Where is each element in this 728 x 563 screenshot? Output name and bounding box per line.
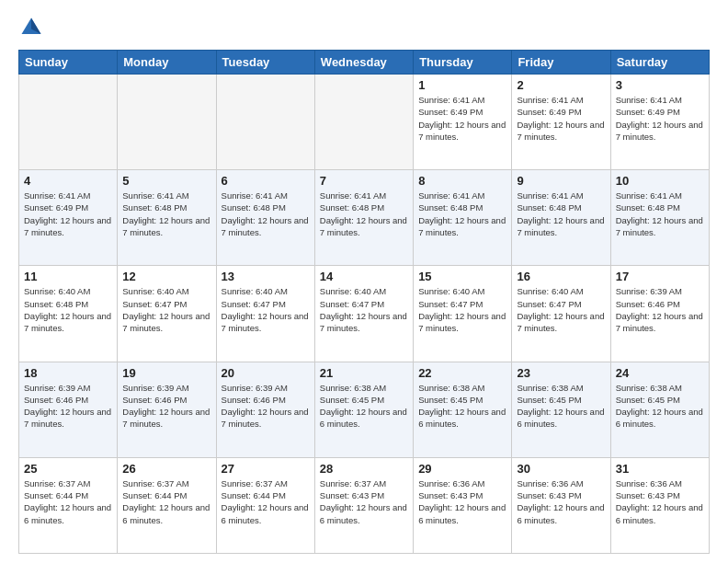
day-number: 16 [517,270,605,283]
day-info: Sunrise: 6:40 AMSunset: 6:47 PMDaylight:… [418,285,506,334]
day-info: Sunrise: 6:38 AMSunset: 6:45 PMDaylight:… [320,382,408,431]
day-number: 12 [122,270,210,283]
day-number: 31 [616,462,704,476]
day-cell: 30Sunrise: 6:36 AMSunset: 6:43 PMDayligh… [512,457,610,553]
col-header-friday: Friday [512,51,610,75]
day-number: 8 [418,174,506,188]
day-number: 21 [320,366,408,380]
day-cell: 22Sunrise: 6:38 AMSunset: 6:45 PMDayligh… [414,362,512,457]
day-info: Sunrise: 6:37 AMSunset: 6:44 PMDaylight:… [24,477,112,526]
day-info: Sunrise: 6:40 AMSunset: 6:47 PMDaylight:… [517,285,605,334]
day-cell: 17Sunrise: 6:39 AMSunset: 6:46 PMDayligh… [610,266,709,362]
day-info: Sunrise: 6:41 AMSunset: 6:48 PMDaylight:… [517,190,605,238]
col-header-monday: Monday [118,51,216,75]
day-info: Sunrise: 6:41 AMSunset: 6:49 PMDaylight:… [24,190,112,238]
page: SundayMondayTuesdayWednesdayThursdayFrid… [0,0,728,563]
day-number: 9 [517,174,605,188]
day-cell: 21Sunrise: 6:38 AMSunset: 6:45 PMDayligh… [314,362,413,457]
day-info: Sunrise: 6:36 AMSunset: 6:43 PMDaylight:… [616,477,704,526]
day-cell: 19Sunrise: 6:39 AMSunset: 6:46 PMDayligh… [118,362,216,457]
day-number: 4 [24,174,112,188]
day-number: 14 [320,270,408,283]
day-info: Sunrise: 6:40 AMSunset: 6:48 PMDaylight:… [24,285,112,334]
day-number: 13 [222,270,310,283]
day-cell: 4Sunrise: 6:41 AMSunset: 6:49 PMDaylight… [19,170,118,266]
day-cell: 8Sunrise: 6:41 AMSunset: 6:48 PMDaylight… [414,170,512,266]
day-cell: 13Sunrise: 6:40 AMSunset: 6:47 PMDayligh… [216,266,314,362]
week-row-4: 18Sunrise: 6:39 AMSunset: 6:46 PMDayligh… [19,362,710,457]
day-number: 18 [24,366,112,380]
week-row-3: 11Sunrise: 6:40 AMSunset: 6:48 PMDayligh… [19,266,710,362]
day-cell: 5Sunrise: 6:41 AMSunset: 6:48 PMDaylight… [118,170,216,266]
logo-icon [18,15,44,40]
day-number: 25 [24,462,112,476]
day-cell: 28Sunrise: 6:37 AMSunset: 6:43 PMDayligh… [314,457,413,553]
day-info: Sunrise: 6:39 AMSunset: 6:46 PMDaylight:… [616,285,704,334]
day-cell: 29Sunrise: 6:36 AMSunset: 6:43 PMDayligh… [414,457,512,553]
day-cell: 15Sunrise: 6:40 AMSunset: 6:47 PMDayligh… [414,266,512,362]
day-info: Sunrise: 6:40 AMSunset: 6:47 PMDaylight:… [222,285,310,334]
header-row: SundayMondayTuesdayWednesdayThursdayFrid… [19,51,710,75]
day-info: Sunrise: 6:39 AMSunset: 6:46 PMDaylight:… [24,382,112,431]
day-number: 10 [616,174,704,188]
day-info: Sunrise: 6:41 AMSunset: 6:48 PMDaylight:… [418,190,506,238]
day-info: Sunrise: 6:36 AMSunset: 6:43 PMDaylight:… [517,477,605,526]
day-cell: 11Sunrise: 6:40 AMSunset: 6:48 PMDayligh… [19,266,118,362]
day-info: Sunrise: 6:40 AMSunset: 6:47 PMDaylight:… [320,285,408,334]
day-info: Sunrise: 6:41 AMSunset: 6:49 PMDaylight:… [517,94,605,143]
day-number: 22 [418,366,506,380]
day-cell: 14Sunrise: 6:40 AMSunset: 6:47 PMDayligh… [314,266,413,362]
day-cell [314,75,413,170]
day-number: 6 [222,174,310,188]
day-cell: 9Sunrise: 6:41 AMSunset: 6:48 PMDaylight… [512,170,610,266]
day-info: Sunrise: 6:40 AMSunset: 6:47 PMDaylight:… [122,285,210,334]
day-info: Sunrise: 6:41 AMSunset: 6:48 PMDaylight:… [122,190,210,238]
day-cell: 12Sunrise: 6:40 AMSunset: 6:47 PMDayligh… [118,266,216,362]
day-cell: 2Sunrise: 6:41 AMSunset: 6:49 PMDaylight… [512,75,610,170]
header [18,15,710,40]
day-number: 28 [320,462,408,476]
day-cell [118,75,216,170]
day-number: 17 [616,270,704,283]
day-info: Sunrise: 6:37 AMSunset: 6:44 PMDaylight:… [122,477,210,526]
day-cell: 16Sunrise: 6:40 AMSunset: 6:47 PMDayligh… [512,266,610,362]
col-header-tuesday: Tuesday [216,51,314,75]
day-info: Sunrise: 6:36 AMSunset: 6:43 PMDaylight:… [418,477,506,526]
day-info: Sunrise: 6:37 AMSunset: 6:43 PMDaylight:… [320,477,408,526]
week-row-1: 1Sunrise: 6:41 AMSunset: 6:49 PMDaylight… [19,75,710,170]
day-cell: 1Sunrise: 6:41 AMSunset: 6:49 PMDaylight… [414,75,512,170]
day-cell: 23Sunrise: 6:38 AMSunset: 6:45 PMDayligh… [512,362,610,457]
day-number: 29 [418,462,506,476]
day-number: 20 [222,366,310,380]
day-cell: 26Sunrise: 6:37 AMSunset: 6:44 PMDayligh… [118,457,216,553]
day-number: 23 [517,366,605,380]
day-info: Sunrise: 6:41 AMSunset: 6:49 PMDaylight:… [418,94,506,143]
day-number: 15 [418,270,506,283]
day-cell: 27Sunrise: 6:37 AMSunset: 6:44 PMDayligh… [216,457,314,553]
col-header-saturday: Saturday [610,51,709,75]
day-cell [19,75,118,170]
day-info: Sunrise: 6:39 AMSunset: 6:46 PMDaylight:… [222,382,310,431]
day-number: 30 [517,462,605,476]
col-header-thursday: Thursday [414,51,512,75]
day-number: 3 [616,78,704,92]
day-info: Sunrise: 6:37 AMSunset: 6:44 PMDaylight:… [222,477,310,526]
day-number: 19 [122,366,210,380]
day-number: 7 [320,174,408,188]
col-header-sunday: Sunday [19,51,118,75]
col-header-wednesday: Wednesday [314,51,413,75]
day-info: Sunrise: 6:41 AMSunset: 6:48 PMDaylight:… [320,190,408,238]
day-cell: 31Sunrise: 6:36 AMSunset: 6:43 PMDayligh… [610,457,709,553]
day-number: 27 [222,462,310,476]
day-cell: 25Sunrise: 6:37 AMSunset: 6:44 PMDayligh… [19,457,118,553]
day-info: Sunrise: 6:41 AMSunset: 6:48 PMDaylight:… [222,190,310,238]
day-cell: 3Sunrise: 6:41 AMSunset: 6:49 PMDaylight… [610,75,709,170]
day-cell: 20Sunrise: 6:39 AMSunset: 6:46 PMDayligh… [216,362,314,457]
day-cell [216,75,314,170]
day-info: Sunrise: 6:39 AMSunset: 6:46 PMDaylight:… [122,382,210,431]
day-number: 24 [616,366,704,380]
logo [18,15,48,40]
calendar: SundayMondayTuesdayWednesdayThursdayFrid… [18,50,710,554]
day-info: Sunrise: 6:41 AMSunset: 6:49 PMDaylight:… [616,94,704,143]
day-number: 26 [122,462,210,476]
